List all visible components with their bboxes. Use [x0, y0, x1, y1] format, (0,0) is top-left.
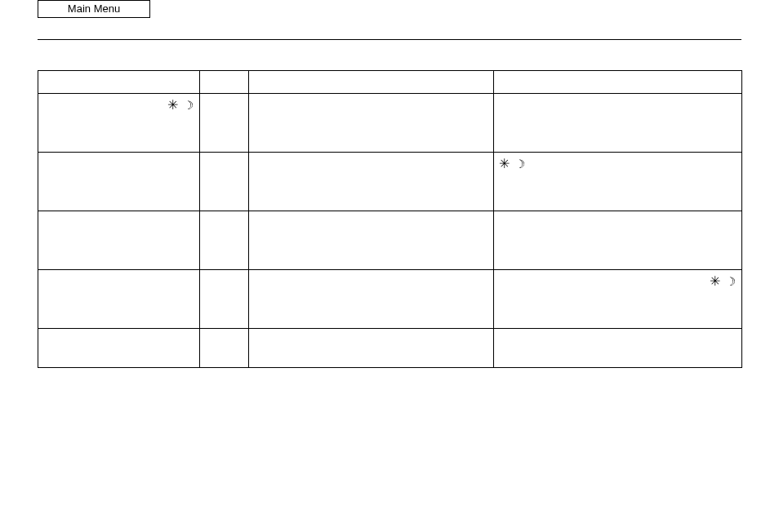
table-header-cell — [38, 71, 200, 94]
table-header-row — [38, 71, 742, 94]
table-cell — [249, 94, 494, 153]
table-row: ✳ ☽ — [38, 153, 742, 211]
sun-moon-icon: ✳ ☽ — [499, 156, 526, 173]
table-row: ✳ ☽ — [38, 270, 742, 329]
table-cell — [249, 270, 494, 329]
table-cell — [249, 211, 494, 270]
table-cell — [494, 94, 742, 153]
table-cell — [200, 329, 249, 368]
table-cell — [38, 270, 200, 329]
table-header-cell — [494, 71, 742, 94]
table-cell: ✳ ☽ — [494, 153, 742, 211]
content-table: ✳ ☽✳ ☽✳ ☽ — [38, 70, 742, 368]
sun-moon-icon: ✳ ☽ — [710, 273, 737, 290]
horizontal-rule — [38, 39, 741, 40]
table-header-cell — [249, 71, 494, 94]
table-cell — [38, 211, 200, 270]
table-cell — [38, 153, 200, 211]
table-cell: ✳ ☽ — [494, 270, 742, 329]
table-cell — [200, 94, 249, 153]
sun-moon-icon: ✳ ☽ — [167, 97, 194, 114]
table-cell — [38, 329, 200, 368]
table-cell — [200, 153, 249, 211]
table-cell: ✳ ☽ — [38, 94, 200, 153]
table-row: ✳ ☽ — [38, 94, 742, 153]
table-row — [38, 329, 742, 368]
main-menu-button[interactable]: Main Menu — [38, 0, 150, 18]
table-cell — [494, 329, 742, 368]
table-cell — [494, 211, 742, 270]
table-cell — [249, 329, 494, 368]
table-cell — [200, 270, 249, 329]
table-row — [38, 211, 742, 270]
table-cell — [249, 153, 494, 211]
table-cell — [200, 211, 249, 270]
table-header-cell — [200, 71, 249, 94]
